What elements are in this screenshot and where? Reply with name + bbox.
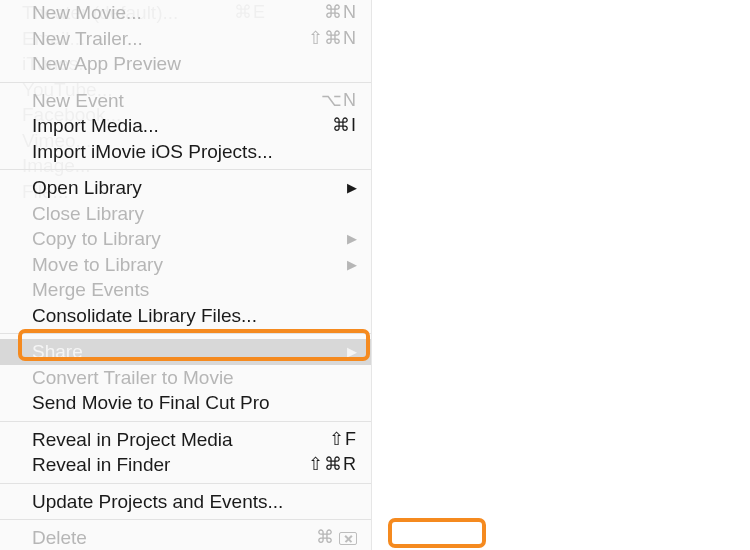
menu-label: Close Library	[32, 202, 357, 226]
highlight-file	[388, 518, 486, 548]
shortcut: ⇧F	[329, 428, 357, 452]
menu-item-move-to-library: Move to Library ▶	[0, 252, 371, 278]
menu-item-import-media[interactable]: Import Media... ⌘I	[0, 113, 371, 139]
menu-label: New Event	[32, 89, 311, 113]
menu-label: Delete	[32, 526, 306, 550]
shortcut: ⌘N	[324, 1, 357, 25]
menu-label: Share	[32, 340, 337, 364]
menu-item-merge-events: Merge Events	[0, 277, 371, 303]
menu-item-share[interactable]: Share ▶	[0, 339, 371, 365]
menu-label: Update Projects and Events...	[32, 490, 357, 514]
menu-separator	[0, 421, 371, 422]
menu-separator	[0, 169, 371, 170]
shortcut: ⌘	[316, 526, 357, 550]
submenu-arrow-icon: ▶	[347, 176, 357, 200]
shortcut: ⌘I	[332, 114, 357, 138]
menu-item-new-movie: New Movie... ⌘N	[0, 0, 371, 26]
menu-item-delete: Delete ⌘	[0, 525, 371, 550]
menu-label: Copy to Library	[32, 227, 337, 251]
menu-separator	[0, 483, 371, 484]
menu-item-reveal-finder[interactable]: Reveal in Finder ⇧⌘R	[0, 452, 371, 478]
submenu-arrow-icon: ▶	[347, 340, 357, 364]
menu-label: Convert Trailer to Movie	[32, 366, 357, 390]
menu-item-copy-to-library: Copy to Library ▶	[0, 226, 371, 252]
menu-label: Merge Events	[32, 278, 357, 302]
menu-label: Send Movie to Final Cut Pro	[32, 391, 357, 415]
menu-item-import-ios-projects[interactable]: Import iMovie iOS Projects...	[0, 139, 371, 165]
menu-item-new-trailer: New Trailer... ⇧⌘N	[0, 26, 371, 52]
menu-label: New Movie...	[32, 1, 314, 25]
shortcut: ⌥N	[321, 89, 357, 113]
menu-item-close-library: Close Library	[0, 201, 371, 227]
menu-item-send-to-final-cut-pro[interactable]: Send Movie to Final Cut Pro	[0, 390, 371, 416]
menu-label: Reveal in Finder	[32, 453, 298, 477]
menu-item-new-app-preview: New App Preview	[0, 51, 371, 77]
menu-item-update-projects-events[interactable]: Update Projects and Events...	[0, 489, 371, 515]
shortcut: ⇧⌘R	[308, 453, 357, 477]
menu-separator	[0, 82, 371, 83]
submenu-arrow-icon: ▶	[347, 227, 357, 251]
menu-label: Import Media...	[32, 114, 322, 138]
menu-label: Reveal in Project Media	[32, 428, 319, 452]
menu-label: New App Preview	[32, 52, 357, 76]
menu-label: Move to Library	[32, 253, 337, 277]
menu-item-open-library[interactable]: Open Library ▶	[0, 175, 371, 201]
menu-label: New Trailer...	[32, 27, 298, 51]
menu-item-convert-trailer: Convert Trailer to Movie	[0, 365, 371, 391]
menu-separator	[0, 333, 371, 334]
menu-label: Open Library	[32, 176, 337, 200]
menu-item-reveal-project-media[interactable]: Reveal in Project Media ⇧F	[0, 427, 371, 453]
submenu-arrow-icon: ▶	[347, 253, 357, 277]
menu-separator	[0, 519, 371, 520]
menu-label: Import iMovie iOS Projects...	[32, 140, 357, 164]
menu-item-consolidate-library-files[interactable]: Consolidate Library Files...	[0, 303, 371, 329]
menu-item-new-event: New Event ⌥N	[0, 88, 371, 114]
menu-label: Consolidate Library Files...	[32, 304, 357, 328]
shortcut: ⇧⌘N	[308, 27, 357, 51]
file-menu-panel: New Movie... ⌘N New Trailer... ⇧⌘N New A…	[0, 0, 372, 550]
delete-key-icon	[339, 532, 357, 545]
